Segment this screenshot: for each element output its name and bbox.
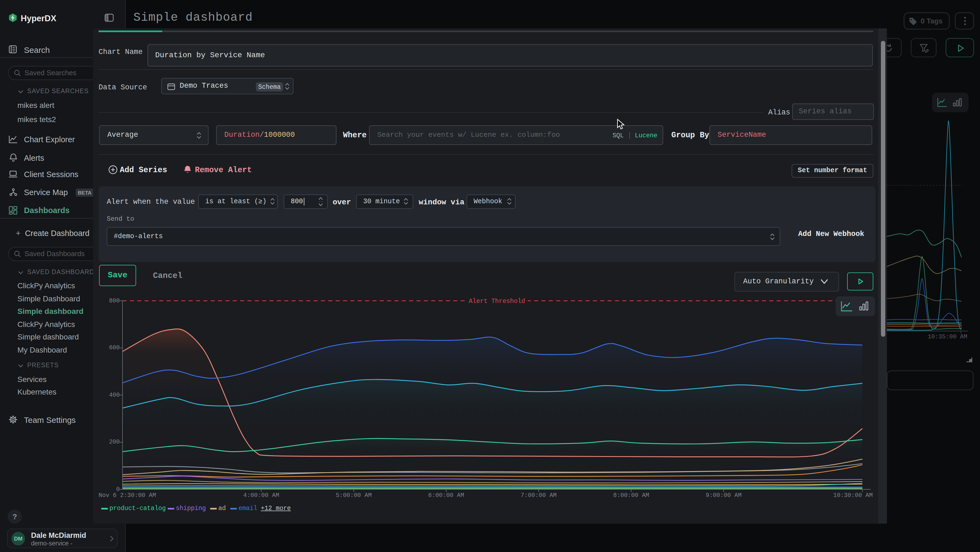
svg-text:Alert Threshold: Alert Threshold [469, 298, 525, 305]
